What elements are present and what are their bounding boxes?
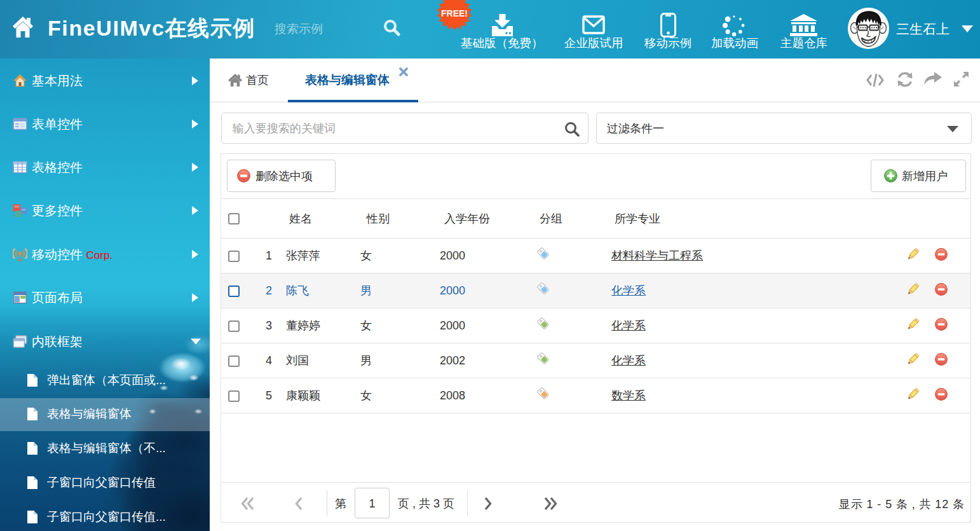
svg-text:FREE!: FREE! [441, 8, 468, 18]
